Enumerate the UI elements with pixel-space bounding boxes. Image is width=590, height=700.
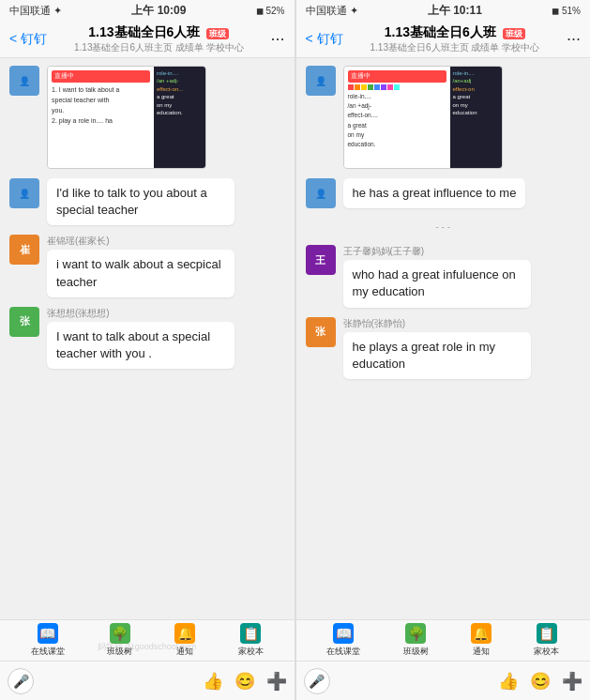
right-toolbar-online-class-label: 在线课堂 — [326, 646, 360, 658]
left-more-button[interactable]: ··· — [270, 29, 284, 49]
msg-content: 直播中 — [343, 66, 503, 169]
toolbar-online-class-label: 在线课堂 — [31, 646, 65, 658]
right-thumbs-up-button[interactable]: 👍 — [498, 671, 519, 692]
right-notify-icon: 🔔 — [471, 623, 492, 644]
msg-content: 张想想(张想想) I want to talk about a special … — [47, 307, 234, 369]
toolbar-family-book-label: 家校本 — [238, 646, 264, 658]
msg-content: 王子馨妈妈(王子馨) who had a great infuluence on… — [343, 245, 531, 307]
avatar: 张 — [306, 317, 336, 347]
screenshot-image[interactable]: 直播中 1. I want to talk about a special te… — [47, 66, 206, 169]
left-carrier: 中国联通 ✦ — [9, 4, 62, 18]
right-toolbar-class-tree[interactable]: 🌳 班级树 — [403, 623, 429, 658]
right-nav-bar: < 钉钉 1.13基础全日6人班 班级 1.13基础全日6人班主页 成绩单 学校… — [296, 21, 591, 58]
msg-content: 崔锦瑶(崔家长) i want to walk about a secpical… — [47, 235, 234, 297]
left-chat-panel: 中国联通 ✦ 上午 10:09 ◼ 52% < 钉钉 1.13基础全日6人班 班… — [0, 0, 295, 700]
right-family-book-icon: 📋 — [537, 623, 557, 644]
table-row: 王 王子馨妈妈(王子馨) who had a great infuluence … — [306, 245, 582, 307]
message-bubble: who had a great infuluence on my educati… — [343, 260, 531, 307]
table-row: 👤 直播中 — [306, 66, 582, 169]
right-toolbar-class-tree-label: 班级树 — [403, 646, 429, 658]
right-emoji-button[interactable]: 😊 — [530, 671, 551, 692]
table-row: 张 张想想(张想想) I want to talk about a specia… — [9, 307, 285, 369]
sender-name: 张静怡(张静怡) — [343, 317, 531, 330]
right-add-button[interactable]: ➕ — [562, 671, 582, 692]
left-nav-badge: 班级 — [206, 28, 229, 39]
right-status-bar: 中国联通 ✦ 上午 10:11 ◼ 51% — [296, 0, 591, 21]
right-battery: ◼ 51% — [552, 6, 581, 16]
message-bubble: I'd like to talk to you about a special … — [47, 178, 234, 225]
avatar: 崔 — [9, 235, 39, 265]
right-carrier: 中国联通 ✦ — [306, 4, 358, 18]
left-nav-title: 1.13基础全日6人班 班级 1.13基础全日6人班主页 成绩单 学校中心 — [47, 24, 270, 54]
message-bubble: I want to talk about a special teacher w… — [47, 322, 234, 369]
left-chat-area: 👤 直播中 1. I want to talk about a special … — [0, 58, 295, 619]
message-bubble: i want to walk about a secpical teacher — [47, 250, 234, 297]
toolbar-class-tree[interactable]: 🌳 班级树 — [107, 623, 132, 658]
message-bubble: he has a great influence to me — [343, 178, 526, 208]
msg-content: 直播中 1. I want to talk about a special te… — [47, 66, 206, 169]
msg-content: I'd like to talk to you about a special … — [47, 178, 234, 225]
left-nav-bar: < 钉钉 1.13基础全日6人班 班级 1.13基础全日6人班主页 成绩单 学校… — [0, 21, 295, 58]
msg-content: 张静怡(张静怡) he plays a great role in my edu… — [343, 317, 531, 379]
toolbar-class-tree-label: 班级树 — [107, 646, 132, 658]
table-row: 👤 I'd like to talk to you about a specia… — [9, 178, 285, 225]
right-toolbar-family-book-label: 家校本 — [534, 646, 559, 658]
left-input-actions: 👍 😊 ➕ — [203, 671, 287, 692]
right-nav-subtitle: 1.13基础全日6人班主页 成绩单 学校中心 — [343, 41, 567, 54]
right-more-button[interactable]: ··· — [567, 29, 581, 49]
left-nav-subtitle: 1.13基础全日6人班主页 成绩单 学校中心 — [47, 41, 270, 54]
left-time: 上午 10:09 — [131, 3, 186, 19]
right-input-actions: 👍 😊 ➕ — [498, 671, 582, 692]
avatar: 👤 — [9, 66, 39, 96]
left-emoji-button[interactable]: 😊 — [234, 671, 255, 692]
online-class-icon: 📖 — [38, 623, 58, 644]
avatar: 👤 — [9, 178, 39, 208]
avatar: 王 — [306, 245, 336, 275]
right-nav-badge: 班级 — [503, 28, 525, 39]
toolbar-notify-label: 通知 — [176, 646, 193, 658]
avatar: 👤 — [306, 178, 336, 208]
left-back-button[interactable]: < 钉钉 — [9, 31, 47, 48]
right-class-tree-icon: 🌳 — [405, 623, 426, 644]
right-nav-title: 1.13基础全日6人班 班级 1.13基础全日6人班主页 成绩单 学校中心 — [343, 24, 567, 54]
right-toolbar: 📖 在线课堂 🌳 班级树 🔔 通知 📋 家校本 — [296, 619, 591, 661]
right-toolbar-online-class[interactable]: 📖 在线课堂 — [326, 623, 360, 658]
right-toolbar-notify-label: 通知 — [473, 646, 490, 658]
left-mic-button[interactable]: 🎤 — [8, 668, 34, 694]
left-toolbar: 📖 在线课堂 🌳 班级树 🔔 通知 📋 家校本 — [0, 619, 295, 661]
left-battery: ◼ 52% — [256, 6, 285, 16]
right-back-button[interactable]: < 钉钉 — [306, 31, 343, 48]
separator: - - - — [306, 218, 582, 236]
table-row: 张 张静怡(张静怡) he plays a great role in my e… — [306, 317, 582, 379]
right-toolbar-notify[interactable]: 🔔 通知 — [471, 623, 492, 658]
right-time: 上午 10:11 — [428, 3, 482, 19]
class-tree-icon: 🌳 — [110, 623, 130, 644]
avatar: 张 — [9, 307, 39, 337]
toolbar-notify[interactable]: 🔔 通知 — [174, 623, 195, 658]
family-book-icon: 📋 — [240, 623, 261, 644]
toolbar-online-class[interactable]: 📖 在线课堂 — [31, 623, 65, 658]
avatar: 👤 — [306, 66, 336, 96]
table-row: 👤 he has a great influence to me — [306, 178, 582, 208]
toolbar-family-book[interactable]: 📋 家校本 — [238, 623, 264, 658]
screenshot-image-right[interactable]: 直播中 — [343, 66, 503, 169]
msg-content: he has a great influence to me — [343, 178, 526, 208]
notify-icon: 🔔 — [174, 623, 195, 644]
sender-name: 王子馨妈妈(王子馨) — [343, 245, 531, 258]
right-chat-area: 👤 直播中 — [296, 58, 591, 619]
left-status-bar: 中国联通 ✦ 上午 10:09 ◼ 52% — [0, 0, 295, 21]
right-online-class-icon: 📖 — [333, 623, 354, 644]
message-bubble: he plays a great role in my education — [343, 332, 531, 379]
right-input-bar: 🎤 👍 😊 ➕ — [296, 661, 591, 700]
right-chat-panel: 中国联通 ✦ 上午 10:11 ◼ 51% < 钉钉 1.13基础全日6人班 班… — [296, 0, 591, 700]
sender-name: 张想想(张想想) — [47, 307, 234, 320]
table-row: 👤 直播中 1. I want to talk about a special … — [9, 66, 285, 169]
left-add-button[interactable]: ➕ — [266, 671, 287, 692]
left-input-bar: 🎤 👍 😊 ➕ — [0, 661, 295, 700]
sender-name: 崔锦瑶(崔家长) — [47, 235, 234, 248]
right-mic-button[interactable]: 🎤 — [304, 668, 330, 694]
table-row: 崔 崔锦瑶(崔家长) i want to walk about a secpic… — [9, 235, 285, 297]
right-toolbar-family-book[interactable]: 📋 家校本 — [534, 623, 559, 658]
left-thumbs-up-button[interactable]: 👍 — [203, 671, 223, 692]
